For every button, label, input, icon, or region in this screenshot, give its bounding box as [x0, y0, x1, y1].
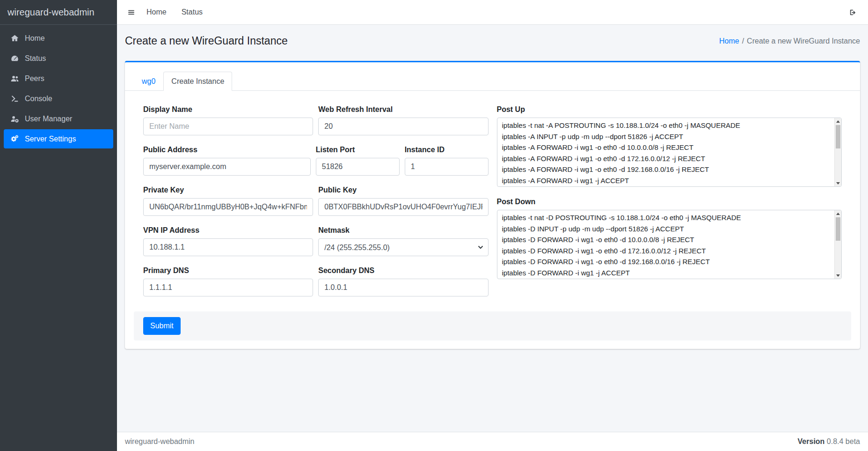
navbar-link-home[interactable]: Home — [139, 4, 174, 20]
scrollbar-track[interactable] — [835, 125, 841, 180]
logout-button[interactable] — [845, 5, 861, 20]
post-down-scrollbar[interactable] — [834, 210, 841, 279]
scrollbar-thumb[interactable] — [836, 125, 840, 148]
post-up-box: iptables -t nat -A POSTROUTING -s 10.188… — [497, 118, 842, 187]
sidebar-item-label: User Manager — [25, 115, 72, 123]
sidebar-toggle-button[interactable] — [124, 5, 139, 20]
breadcrumb-current: Create a new WireGuard Instance — [747, 37, 860, 45]
vpn-ip-address-input[interactable] — [143, 238, 313, 256]
breadcrumb: Home/Create a new WireGuard Instance — [719, 37, 860, 45]
submit-button[interactable]: Submit — [143, 317, 181, 335]
sidebar-item-status[interactable]: Status — [4, 49, 113, 68]
form-footer: Submit — [134, 311, 851, 340]
brand: wireguard-webadmin — [0, 0, 117, 25]
sidebar-item-label: Status — [25, 54, 46, 63]
card-body: Display Name Web Refresh Interval — [125, 91, 860, 349]
instance-form: Display Name Web Refresh Interval — [134, 105, 851, 296]
card-tabs: wg0 Create Instance — [125, 62, 860, 91]
secondary-dns-input[interactable] — [318, 279, 488, 296]
primary-dns-label: Primary DNS — [143, 266, 313, 275]
sidebar-item-label: Console — [25, 95, 52, 103]
public-address-label: Public Address — [143, 145, 311, 154]
gears-icon — [8, 134, 21, 143]
post-up-label: Post Up — [497, 105, 842, 114]
post-up-scrollbar[interactable] — [834, 118, 841, 186]
content-header: Create a new WireGuard Instance Home/Cre… — [117, 25, 868, 61]
main-area: Home Status Create a new WireGuard Insta… — [117, 0, 868, 451]
scrollbar-thumb[interactable] — [836, 217, 840, 241]
scroll-up-arrow-icon[interactable] — [835, 210, 841, 217]
private-key-label: Private Key — [143, 185, 313, 194]
listen-port-input[interactable] — [316, 158, 400, 176]
gauge-icon — [8, 54, 21, 63]
post-down-textarea[interactable]: iptables -t nat -D POSTROUTING -s 10.188… — [497, 210, 834, 279]
form-left-column: Display Name Web Refresh Interval — [143, 105, 489, 296]
instance-id-input[interactable] — [405, 158, 489, 176]
post-up-textarea[interactable]: iptables -t nat -A POSTROUTING -s 10.188… — [497, 118, 834, 186]
bars-icon — [127, 8, 135, 16]
tab-wg0[interactable]: wg0 — [134, 72, 163, 91]
public-key-label: Public Key — [318, 185, 488, 194]
display-name-input[interactable] — [143, 118, 313, 135]
sidebar: wireguard-webadmin Home Status Peers — [0, 0, 117, 451]
footer-version-value: 0.8.4 beta — [827, 437, 860, 445]
main-footer: wireguard-webadmin Version 0.8.4 beta — [117, 432, 868, 451]
sidebar-item-console[interactable]: Console — [4, 89, 113, 108]
display-name-label: Display Name — [143, 105, 313, 114]
sidebar-item-user-manager[interactable]: User Manager — [4, 109, 113, 128]
listen-port-label: Listen Port — [316, 145, 400, 154]
secondary-dns-label: Secondary DNS — [318, 266, 488, 275]
sidebar-item-label: Server Settings — [25, 135, 76, 143]
post-down-box: iptables -t nat -D POSTROUTING -s 10.188… — [497, 210, 842, 279]
app-root: wireguard-webadmin Home Status Peers — [0, 0, 868, 451]
sign-out-icon — [849, 8, 857, 16]
sidebar-item-peers[interactable]: Peers — [4, 69, 113, 88]
footer-version: Version 0.8.4 beta — [798, 437, 860, 446]
content-wrapper: Create a new WireGuard Instance Home/Cre… — [117, 25, 868, 432]
sidebar-item-home[interactable]: Home — [4, 29, 113, 48]
users-icon — [8, 74, 21, 83]
top-navbar: Home Status — [117, 0, 868, 25]
scrollbar-track[interactable] — [835, 217, 841, 272]
breadcrumb-home-link[interactable]: Home — [719, 37, 739, 45]
footer-version-label: Version — [798, 437, 825, 445]
primary-dns-input[interactable] — [143, 279, 313, 296]
page-title: Create a new WireGuard Instance — [125, 34, 288, 48]
scroll-down-arrow-icon[interactable] — [835, 272, 841, 279]
home-icon — [8, 34, 21, 43]
web-refresh-interval-label: Web Refresh Interval — [318, 105, 488, 114]
instance-card: wg0 Create Instance Display Name — [125, 61, 860, 349]
navbar-link-status[interactable]: Status — [174, 4, 210, 20]
netmask-label: Netmask — [318, 226, 488, 235]
web-refresh-interval-input[interactable] — [318, 118, 488, 135]
footer-brand: wireguard-webadmin — [125, 437, 195, 446]
sidebar-nav: Home Status Peers Console — [0, 25, 117, 153]
breadcrumb-separator: / — [742, 37, 744, 45]
sidebar-item-server-settings[interactable]: Server Settings — [4, 129, 113, 148]
vpn-ip-address-label: VPN IP Address — [143, 226, 313, 235]
public-address-input[interactable] — [143, 158, 311, 176]
tab-create-instance[interactable]: Create Instance — [163, 72, 232, 91]
public-key-input[interactable] — [318, 198, 488, 216]
terminal-icon — [8, 94, 21, 103]
scroll-down-arrow-icon[interactable] — [835, 180, 841, 186]
post-down-label: Post Down — [497, 197, 842, 206]
user-gear-icon — [8, 114, 21, 123]
instance-id-label: Instance ID — [405, 145, 489, 154]
form-right-column: Post Up iptables -t nat -A POSTROUTING -… — [497, 105, 842, 296]
sidebar-item-label: Home — [25, 34, 45, 43]
sidebar-item-label: Peers — [25, 74, 44, 83]
scroll-up-arrow-icon[interactable] — [835, 118, 841, 125]
private-key-input[interactable] — [143, 198, 313, 216]
netmask-select[interactable]: /24 (255.255.255.0) — [318, 238, 488, 256]
